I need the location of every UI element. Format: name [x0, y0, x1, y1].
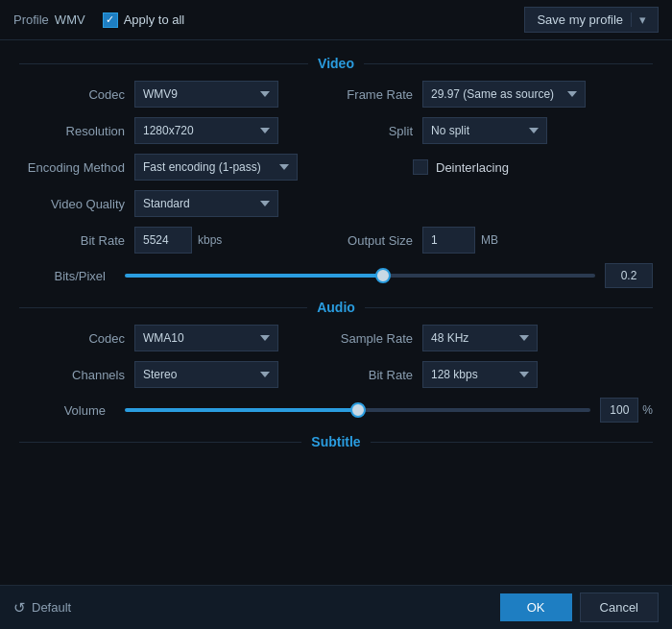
- bits-pixel-value: 0.2: [605, 263, 653, 288]
- video-section-title: Video: [318, 56, 354, 71]
- output-size-unit: MB: [481, 233, 498, 247]
- bits-pixel-row: Bits/Pixel 0.2: [0, 263, 672, 288]
- encoding-label: Encoding Method: [19, 160, 125, 175]
- video-line-left: [19, 63, 308, 64]
- bottom-bar: ↺ Default OK Cancel: [0, 585, 672, 629]
- bits-pixel-label: Bits/Pixel: [19, 269, 106, 283]
- quality-select[interactable]: Standard High Low Custom: [134, 190, 278, 217]
- save-profile-label: Save my profile: [537, 12, 623, 27]
- framerate-label: Frame Rate: [326, 87, 413, 102]
- encoding-select[interactable]: Fast encoding (1-pass) High quality (2-p…: [134, 154, 298, 181]
- audio-bitrate-select[interactable]: 128 kbps 192 kbps 256 kbps 320 kbps: [422, 361, 538, 388]
- default-button[interactable]: ↺ Default: [13, 599, 71, 617]
- samplerate-col: Sample Rate 48 KHz 44.1 KHz 32 KHz 22.05…: [326, 325, 653, 351]
- samplerate-select[interactable]: 48 KHz 44.1 KHz 32 KHz 22.05 KHz: [422, 325, 538, 351]
- volume-label: Volume: [19, 403, 106, 418]
- split-col: Split No split By size By time: [326, 117, 653, 144]
- quality-col: Video Quality Standard High Low Custom: [19, 190, 326, 217]
- audio-line-left: [19, 307, 307, 308]
- channels-select[interactable]: Stereo Mono 5.1: [134, 361, 278, 388]
- audio-codec-label: Codec: [19, 331, 125, 346]
- bitrate-col: Bit Rate kbps: [19, 227, 326, 254]
- profile-name: WMV: [55, 12, 85, 27]
- video-line-right: [364, 63, 653, 64]
- deinterlace-col: Deinterlacing: [326, 159, 653, 175]
- apply-all-label: Apply to all: [124, 12, 185, 27]
- deinterlacing-checkbox[interactable]: [413, 159, 428, 175]
- ok-button[interactable]: OK: [500, 593, 572, 621]
- bits-pixel-slider-wrap: [125, 274, 595, 278]
- output-size-label: Output Size: [326, 233, 413, 248]
- resolution-col: Resolution 1280x720 1920x1080 854x480 64…: [19, 117, 326, 144]
- volume-unit: %: [642, 403, 653, 417]
- save-profile-button[interactable]: Save my profile ▾: [524, 7, 659, 33]
- samplerate-label: Sample Rate: [326, 331, 413, 346]
- codec-label: Codec: [19, 87, 125, 102]
- bitrate-input[interactable]: [134, 227, 192, 254]
- audio-bitrate-label: Bit Rate: [326, 368, 413, 382]
- reset-icon: ↺: [13, 599, 26, 617]
- audio-codec-samplerate-row: Codec WMA10 WMA9 MP3 AAC Sample Rate 48 …: [0, 325, 672, 351]
- audio-line-right: [365, 307, 653, 308]
- volume-slider[interactable]: [125, 408, 590, 412]
- codec-select[interactable]: WMV9 WMV8 WMV7 VC-1: [134, 81, 278, 108]
- codec-col: Codec WMV9 WMV8 WMV7 VC-1: [19, 81, 326, 108]
- main-content: Video Codec WMV9 WMV8 WMV7 VC-1 Frame Ra…: [0, 40, 672, 585]
- video-section-divider: Video: [19, 56, 653, 71]
- bits-pixel-slider[interactable]: [125, 274, 595, 278]
- volume-value: 100: [600, 398, 638, 423]
- default-label: Default: [32, 600, 71, 615]
- volume-row: Volume 100 %: [0, 398, 672, 423]
- audio-section-title: Audio: [317, 300, 355, 315]
- quality-row: Video Quality Standard High Low Custom: [0, 190, 672, 217]
- subtitle-line-left: [19, 442, 301, 443]
- quality-label: Video Quality: [19, 197, 125, 211]
- split-label: Split: [326, 124, 413, 138]
- volume-slider-wrap: [125, 408, 590, 412]
- audio-codec-col: Codec WMA10 WMA9 MP3 AAC: [19, 325, 326, 351]
- subtitle-section-title: Subtitle: [311, 434, 360, 449]
- resolution-label: Resolution: [19, 124, 125, 138]
- cancel-button[interactable]: Cancel: [580, 593, 659, 622]
- resolution-split-row: Resolution 1280x720 1920x1080 854x480 64…: [0, 117, 672, 144]
- encoding-deinterlace-row: Encoding Method Fast encoding (1-pass) H…: [0, 154, 672, 181]
- deinterlacing-label: Deinterlacing: [436, 160, 509, 175]
- encoding-col: Encoding Method Fast encoding (1-pass) H…: [19, 154, 326, 181]
- channels-col: Channels Stereo Mono 5.1: [19, 361, 326, 388]
- subtitle-section-divider: Subtitle: [19, 434, 653, 449]
- channels-bitrate-row: Channels Stereo Mono 5.1 Bit Rate 128 kb…: [0, 361, 672, 388]
- apply-all-checkbox[interactable]: [103, 12, 118, 28]
- top-bar: Profile WMV Apply to all Save my profile…: [0, 0, 672, 40]
- codec-framerate-row: Codec WMV9 WMV8 WMV7 VC-1 Frame Rate 29.…: [0, 81, 672, 108]
- resolution-select[interactable]: 1280x720 1920x1080 854x480 640x360: [134, 117, 278, 144]
- framerate-col: Frame Rate 29.97 (Same as source) 23.976…: [326, 81, 653, 108]
- audio-bitrate-col: Bit Rate 128 kbps 192 kbps 256 kbps 320 …: [326, 361, 653, 388]
- bitrate-unit: kbps: [198, 233, 222, 247]
- bitrate-outputsize-row: Bit Rate kbps Output Size MB: [0, 227, 672, 254]
- outputsize-col: Output Size MB: [326, 227, 653, 254]
- subtitle-placeholder-row: [0, 459, 672, 486]
- deinterlace-wrap: Deinterlacing: [413, 159, 509, 175]
- apply-all-wrap: Apply to all: [103, 12, 525, 28]
- bitrate-label: Bit Rate: [19, 233, 125, 248]
- audio-codec-select[interactable]: WMA10 WMA9 MP3 AAC: [134, 325, 278, 351]
- output-size-input[interactable]: [422, 227, 475, 254]
- subtitle-line-right: [371, 442, 653, 443]
- split-select[interactable]: No split By size By time: [422, 117, 547, 144]
- audio-section-divider: Audio: [19, 300, 653, 315]
- profile-label: Profile: [13, 12, 49, 27]
- save-profile-dropdown-arrow[interactable]: ▾: [631, 12, 646, 27]
- framerate-select[interactable]: 29.97 (Same as source) 23.976 25 30 60: [422, 81, 586, 108]
- channels-label: Channels: [19, 368, 125, 382]
